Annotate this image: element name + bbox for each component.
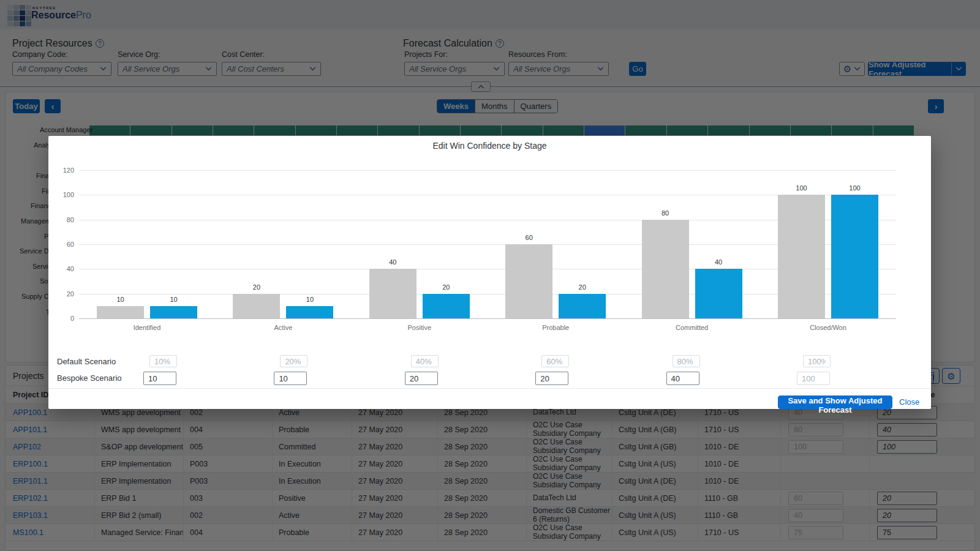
y-axis-tick-label: 20 [51, 290, 74, 298]
bar-value-label: 40 [695, 258, 742, 266]
bar-default-closed-won [778, 195, 825, 318]
x-axis-category-label: Probable [507, 324, 605, 331]
bar-default-committed [642, 220, 689, 318]
x-axis-category-label: Committed [643, 324, 741, 331]
bar-value-label: 60 [505, 234, 552, 241]
y-axis-tick-label: 80 [51, 216, 74, 223]
y-axis-tick-label: 60 [51, 241, 74, 248]
bar-bespoke-identified [150, 306, 197, 318]
bar-bespoke-closed-won [831, 195, 878, 318]
bespoke-scenario-input [797, 372, 830, 385]
default-scenario-input [149, 355, 177, 367]
close-button[interactable]: Close [899, 397, 919, 407]
bar-bespoke-probable [559, 294, 606, 318]
default-scenario-input [803, 355, 831, 367]
chart-gridline [79, 269, 896, 269]
chart-gridline [79, 244, 896, 245]
chart-gridline [79, 220, 896, 220]
bespoke-scenario-label: Bespoke Scenario [57, 373, 122, 383]
bar-default-probable [505, 244, 552, 318]
save-and-show-adjusted-forecast-button[interactable]: Save and Show Adjusted Forecast [778, 395, 892, 409]
footer-divider [48, 388, 931, 389]
bespoke-scenario-input[interactable] [143, 372, 176, 385]
bar-value-label: 20 [423, 283, 470, 291]
y-axis-tick-label: 100 [51, 191, 74, 198]
x-axis-category-label: Active [234, 324, 332, 331]
chart-gridline [79, 170, 896, 171]
bar-value-label: 10 [150, 296, 197, 303]
bar-value-label: 100 [831, 184, 878, 192]
bespoke-scenario-input[interactable] [405, 372, 438, 385]
bar-default-positive [369, 269, 417, 318]
x-axis-category-label: Closed/Won [779, 324, 877, 331]
x-axis-category-label: Positive [371, 324, 469, 331]
chart-gridline [79, 318, 896, 319]
bespoke-scenario-input[interactable] [666, 372, 699, 385]
dialog-title: Edit Win Confidence by Stage [48, 141, 931, 151]
chart-gridline [79, 294, 896, 294]
bar-value-label: 20 [233, 283, 280, 291]
bar-value-label: 100 [778, 184, 825, 192]
default-scenario-input [541, 355, 569, 367]
bar-value-label: 10 [286, 296, 333, 303]
bar-default-identified [97, 306, 144, 318]
bar-value-label: 40 [369, 258, 417, 266]
bar-default-active [233, 294, 280, 318]
bar-bespoke-committed [695, 269, 742, 318]
default-scenario-input [280, 355, 307, 367]
y-axis-tick-label: 120 [51, 167, 74, 174]
bespoke-scenario-input[interactable] [274, 372, 307, 385]
edit-win-confidence-dialog: Edit Win Confidence by Stage 02040608010… [48, 136, 931, 409]
bar-value-label: 80 [642, 209, 689, 217]
default-scenario-input [411, 355, 439, 367]
chart-gridline [79, 195, 896, 195]
y-axis-tick-label: 0 [51, 315, 74, 322]
bar-value-label: 10 [97, 296, 144, 303]
default-scenario-label: Default Scenario [57, 357, 116, 366]
default-scenario-input [673, 355, 700, 367]
bar-bespoke-positive [423, 294, 470, 318]
bar-bespoke-active [286, 306, 333, 318]
bespoke-scenario-input[interactable] [535, 372, 568, 385]
x-axis-category-label: Identified [98, 324, 196, 331]
bar-value-label: 20 [559, 283, 606, 291]
y-axis-tick-label: 40 [51, 265, 74, 272]
